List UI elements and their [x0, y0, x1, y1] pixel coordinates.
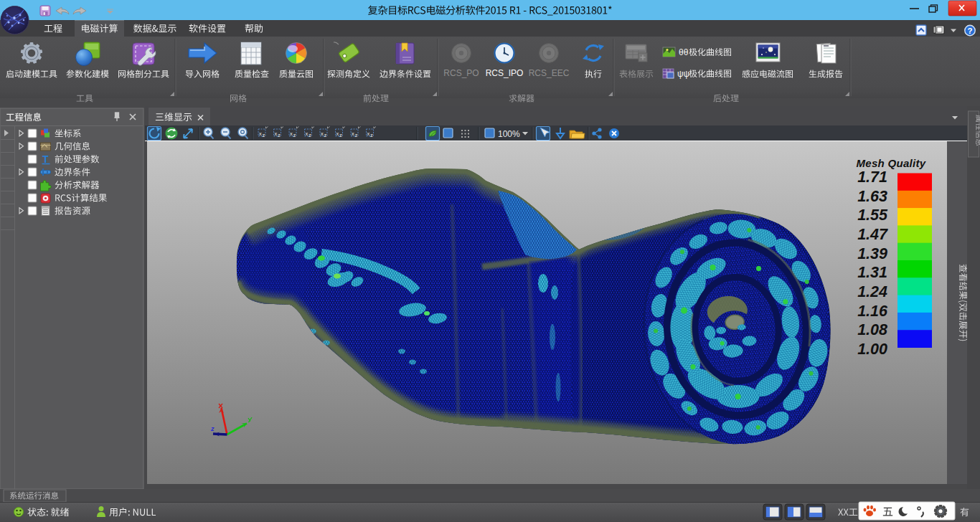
- svg-text:RCS_IPO: RCS_IPO: [486, 68, 524, 78]
- svg-text:1.39: 1.39: [857, 245, 887, 262]
- svg-text:T: T: [42, 153, 49, 165]
- svg-text:1.71: 1.71: [857, 169, 887, 186]
- svg-text:θθ: θθ: [679, 47, 689, 57]
- svg-text:1.47: 1.47: [857, 226, 888, 243]
- svg-text:1.00: 1.00: [857, 341, 887, 358]
- svg-text:1.31: 1.31: [857, 264, 887, 281]
- svg-text:z: z: [293, 132, 296, 138]
- svg-text:1.08: 1.08: [857, 321, 887, 338]
- svg-text:x: x: [259, 130, 262, 137]
- svg-text:1.63: 1.63: [857, 188, 887, 205]
- svg-text:z: z: [324, 132, 327, 138]
- svg-text:z: z: [308, 132, 311, 138]
- svg-text:x: x: [290, 130, 293, 137]
- svg-text:1.24: 1.24: [857, 283, 887, 300]
- svg-text:x: x: [336, 130, 339, 137]
- svg-text:x: x: [306, 130, 308, 137]
- svg-text:z: z: [370, 132, 373, 138]
- svg-text:x: x: [367, 130, 370, 137]
- svg-text:z: z: [263, 132, 265, 138]
- svg-text:RCS_PO: RCS_PO: [443, 68, 479, 78]
- svg-text:x: x: [275, 130, 278, 137]
- svg-text:z: z: [210, 425, 215, 432]
- svg-text:100%: 100%: [498, 129, 520, 139]
- svg-text:z: z: [339, 132, 342, 138]
- svg-text:RCS_EEC: RCS_EEC: [529, 68, 570, 78]
- svg-text:?: ?: [967, 27, 972, 35]
- svg-text:ψψ: ψψ: [677, 69, 689, 79]
- svg-text:z: z: [278, 132, 281, 138]
- svg-text:1.16: 1.16: [857, 303, 888, 320]
- svg-text:x: x: [321, 130, 324, 137]
- svg-text:1.55: 1.55: [857, 207, 888, 224]
- svg-text:Mesh Quality: Mesh Quality: [857, 157, 926, 169]
- svg-text:z: z: [355, 132, 358, 138]
- svg-text:x: x: [352, 130, 354, 137]
